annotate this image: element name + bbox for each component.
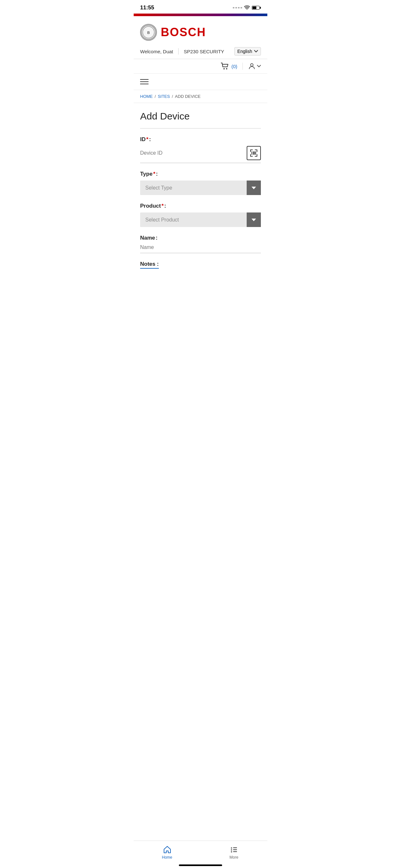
status-time: 11:55: [140, 4, 154, 11]
breadcrumb: HOME / SITES / ADD DEVICE: [134, 90, 267, 103]
barcode-scan-button[interactable]: [247, 146, 261, 160]
id-required-star: *: [146, 136, 149, 143]
user-chevron-icon: [257, 65, 261, 67]
svg-rect-9: [253, 151, 254, 155]
user-icon: [248, 62, 256, 70]
main-content: Add Device ID* :: [134, 103, 267, 284]
product-form-group: Product* : Select Product: [140, 203, 261, 227]
type-select[interactable]: Select Type: [140, 181, 261, 195]
svg-rect-10: [255, 151, 255, 155]
svg-point-6: [251, 64, 253, 66]
device-id-input[interactable]: [140, 150, 247, 156]
nav-bar: Welcome, Duat SP230 SECURITY English: [134, 47, 267, 59]
title-divider: [140, 128, 261, 128]
chevron-down-icon: [254, 50, 258, 53]
svg-text:B: B: [147, 31, 150, 35]
breadcrumb-home[interactable]: HOME: [140, 94, 153, 99]
bosch-logo-circle: B: [140, 24, 157, 41]
nav-divider: [178, 48, 179, 55]
svg-point-4: [223, 68, 225, 69]
welcome-text: Welcome, Duat: [140, 49, 173, 54]
notes-form-group: Notes :: [140, 261, 261, 269]
signal-dots-icon: [233, 7, 242, 8]
hamburger-line-3: [140, 84, 149, 84]
status-icons: [233, 5, 261, 11]
language-label: English: [237, 49, 252, 54]
breadcrumb-sep-1: /: [155, 94, 156, 99]
cart-button[interactable]: (0): [220, 62, 237, 70]
cart-user-row: (0): [134, 59, 267, 73]
cart-icon: [220, 62, 229, 70]
id-form-group: ID* :: [140, 136, 261, 163]
breadcrumb-sites[interactable]: SITES: [158, 94, 170, 99]
product-select-wrapper: Select Product: [140, 213, 261, 227]
product-required-star: *: [161, 203, 164, 209]
id-input-wrapper: [140, 146, 261, 163]
id-label: ID* :: [140, 136, 261, 143]
type-select-wrapper: Select Type: [140, 181, 261, 195]
name-input[interactable]: [140, 244, 261, 253]
user-menu-button[interactable]: [248, 62, 261, 70]
company-name: SP230 SECURITY: [184, 49, 224, 54]
name-label: Name :: [140, 235, 261, 241]
cart-divider: [243, 63, 243, 70]
svg-rect-8: [253, 151, 253, 155]
name-form-group: Name :: [140, 235, 261, 253]
hamburger-menu[interactable]: [134, 73, 267, 90]
product-select[interactable]: Select Product: [140, 213, 261, 227]
gradient-header-bar: [134, 13, 267, 16]
logo-area: B BOSCH: [134, 16, 267, 47]
notes-label: Notes :: [140, 261, 159, 269]
type-required-star: *: [153, 171, 155, 177]
status-bar: 11:55: [134, 0, 267, 13]
battery-icon: [252, 6, 261, 10]
page-title: Add Device: [140, 111, 261, 122]
breadcrumb-current: ADD DEVICE: [175, 94, 201, 99]
type-form-group: Type* : Select Type: [140, 171, 261, 195]
breadcrumb-sep-2: /: [172, 94, 173, 99]
wifi-icon: [244, 5, 250, 11]
cart-count: (0): [232, 64, 237, 69]
svg-rect-7: [251, 151, 252, 155]
hamburger-line-2: [140, 82, 149, 82]
language-selector[interactable]: English: [235, 47, 261, 56]
product-label: Product* :: [140, 203, 261, 209]
hamburger-line-1: [140, 79, 149, 80]
brand-name: BOSCH: [161, 26, 206, 39]
svg-rect-11: [255, 151, 256, 155]
barcode-icon: [249, 149, 258, 158]
svg-point-0: [247, 9, 247, 9]
svg-point-5: [226, 68, 227, 69]
type-label: Type* :: [140, 171, 261, 177]
